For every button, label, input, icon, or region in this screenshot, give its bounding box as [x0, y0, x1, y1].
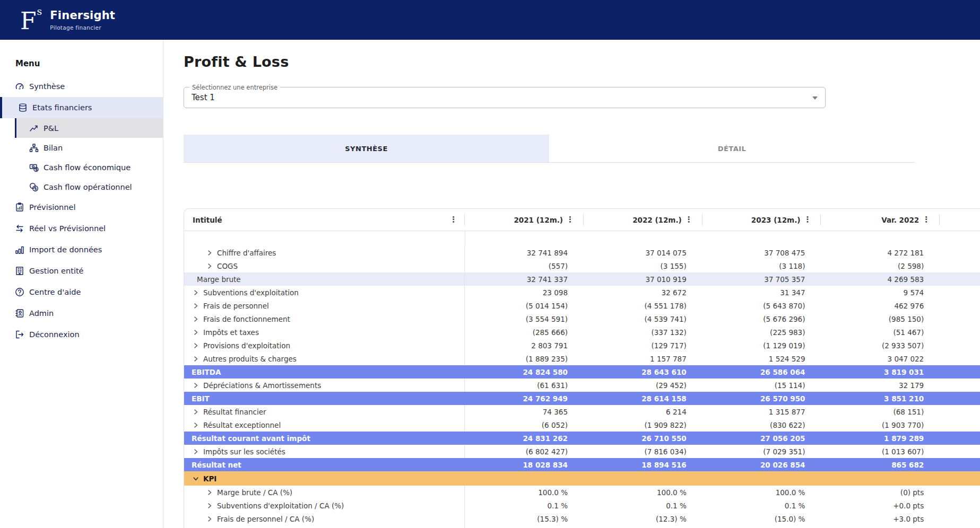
- column-menu-kebab-icon[interactable]: ⋮: [682, 216, 696, 224]
- column-header-2021-12m: 2021 (12m.)⋮: [465, 209, 584, 231]
- bar-chart-icon: [15, 245, 24, 254]
- value-cell-var-2022: (2 598): [821, 262, 940, 270]
- value-cell-2022-12m: (3 155): [584, 262, 703, 270]
- chevron-right-icon[interactable]: [193, 303, 199, 309]
- chevron-right-icon[interactable]: [193, 330, 199, 335]
- table-row-r-sultat-courant-avant-imp-t[interactable]: Résultat courant avant impôt24 831 26226…: [184, 432, 980, 445]
- table-row-r-sultat-exceptionnel[interactable]: Résultat exceptionnel(6 052)(1 909 822)(…: [184, 418, 980, 432]
- row-label-cell: Impôts sur les sociétés: [184, 445, 465, 458]
- row-label-cell: Subventions d'exploitation / CA (%): [184, 499, 465, 512]
- chevron-right-icon[interactable]: [206, 263, 213, 269]
- row-label-cell: Subventions d'exploitation: [184, 286, 465, 299]
- chevron-down-icon[interactable]: [193, 476, 199, 481]
- column-menu-kebab-icon[interactable]: ⋮: [446, 216, 461, 224]
- chevron-right-icon[interactable]: [193, 290, 199, 295]
- sidebar-item-centre-d-aide[interactable]: Centre d'aide: [0, 281, 163, 303]
- sitemap-icon: [29, 143, 39, 153]
- chevron-right-icon[interactable]: [206, 503, 213, 508]
- table-row-marge-brute-ca[interactable]: Marge brute / CA (%)100.0 %100.0 %100.0 …: [184, 486, 980, 499]
- tab-detail[interactable]: DÉTAIL: [549, 135, 915, 162]
- chevron-right-icon[interactable]: [206, 250, 213, 256]
- column-header-label: 2021 (12m.): [514, 216, 563, 224]
- help-circle-icon: [15, 287, 24, 297]
- sidebar-item-synth-se[interactable]: Synthèse: [0, 76, 163, 97]
- company-select-label: Sélectionnez une entreprise: [189, 84, 280, 91]
- value-cell-2021-12m: (5 014 154): [465, 302, 584, 310]
- table-row-ebit[interactable]: EBIT24 762 94928 614 15826 570 9503 851 …: [184, 392, 980, 405]
- column-header-label: Var. 2022: [881, 216, 919, 224]
- sidebar-item-cash-flow-conomique[interactable]: $Cash flow économique: [0, 157, 163, 177]
- sidebar-item-cash-flow-op-rationnel[interactable]: $Cash flow opérationnel: [0, 177, 163, 197]
- column-menu-kebab-icon[interactable]: ⋮: [800, 216, 814, 224]
- table-row-frais-de-personnel[interactable]: Frais de personnel(5 014 154)(4 551 178)…: [184, 299, 980, 312]
- table-row-r-sultat-net[interactable]: Résultat net18 028 83418 894 51620 026 8…: [184, 458, 980, 471]
- table-row-chiffre-d-affaires[interactable]: Chiffre d'affaires32 741 89437 014 07537…: [184, 246, 980, 259]
- value-cell-2022-12m: 37 010 919: [584, 275, 703, 284]
- line-chart-icon: [29, 124, 39, 133]
- sidebar-item-d-connexion[interactable]: Déconnexion: [0, 324, 163, 345]
- chevron-down-icon[interactable]: [812, 96, 818, 100]
- sidebar-item-r-el-vs-pr-visionnel[interactable]: Réel vs Prévisionnel: [0, 218, 163, 239]
- column-header-var-2022: Var. 2022⋮: [821, 209, 940, 231]
- table-row-ebitda[interactable]: EBITDA24 824 58028 643 61026 586 0643 81…: [184, 365, 980, 379]
- row-label-cell: Marge brute / CA (%): [184, 486, 465, 499]
- table-row-frais-de-fonctionnement-ca[interactable]: Frais de fonctionnement / CA (%)(10.9) %…: [184, 525, 980, 528]
- value-cell-2022-12m: 28 643 610: [584, 368, 703, 376]
- table-row-imp-ts-sur-les-soci-t-s[interactable]: Impôts sur les sociétés(6 802 427)(7 816…: [184, 445, 980, 458]
- table-row-marge-brute[interactable]: Marge brute32 741 33737 010 91937 705 35…: [184, 272, 980, 286]
- row-label-cell: Frais de personnel: [184, 299, 465, 312]
- chevron-right-icon[interactable]: [206, 516, 213, 522]
- row-label-cell: Résultat exceptionnel: [184, 418, 465, 432]
- chevron-right-icon[interactable]: [193, 356, 199, 362]
- value-cell-2023-12m: 37 705 357: [703, 275, 821, 284]
- table-row-cogs[interactable]: COGS(557)(3 155)(3 118)(2 598): [184, 259, 980, 272]
- sidebar-item-label: Etats financiers: [32, 103, 92, 112]
- value-cell-var-2022: 865 682: [821, 461, 940, 469]
- sidebar-item-p-l[interactable]: P&L: [15, 118, 163, 138]
- value-cell-2021-12m: 18 028 834: [465, 461, 584, 469]
- chevron-right-icon[interactable]: [206, 490, 213, 495]
- sidebar-item-import-de-donn-es[interactable]: Import de données: [0, 239, 163, 260]
- chevron-right-icon[interactable]: [193, 343, 199, 348]
- table-row-autres-produits-charges[interactable]: Autres produits & charges(1 889 235)1 15…: [184, 352, 980, 365]
- table-row-imp-ts-et-taxes[interactable]: Impôts et taxes(285 666)(337 132)(225 98…: [184, 325, 980, 339]
- table-row-subventions-d-exploitation[interactable]: Subventions d'exploitation23 09832 67231…: [184, 286, 980, 299]
- table-row-subventions-d-exploitation-ca[interactable]: Subventions d'exploitation / CA (%)0.1 %…: [184, 499, 980, 512]
- value-cell-var-2022: (2 933 507): [821, 341, 940, 350]
- brand-block: Finersight Pilotage financier: [50, 9, 115, 31]
- column-menu-kebab-icon[interactable]: ⋮: [563, 216, 577, 224]
- coins-icon: $: [29, 182, 39, 192]
- company-select[interactable]: Sélectionnez une entreprise Test 1: [184, 87, 826, 108]
- sidebar-item-pr-visionnel[interactable]: Prévisionnel: [0, 197, 163, 218]
- app-logo: Fs: [20, 8, 41, 32]
- row-label-cell: Frais de fonctionnement / CA (%): [184, 525, 465, 528]
- sidebar-item-admin[interactable]: Admin: [0, 303, 163, 324]
- chevron-right-icon[interactable]: [193, 423, 199, 428]
- chevron-right-icon[interactable]: [193, 383, 199, 388]
- value-cell-var-2022: (0) pts: [821, 488, 940, 497]
- table-row-frais-de-personnel-ca[interactable]: Frais de personnel / CA (%)(15.3) %(12.3…: [184, 512, 980, 525]
- table-row-frais-de-fonctionnement[interactable]: Frais de fonctionnement(3 554 591)(4 539…: [184, 312, 980, 325]
- table-row-d-pr-ciations-amortissements[interactable]: Dépréciations & Amortissements(61 631)(2…: [184, 379, 980, 392]
- chevron-right-icon[interactable]: [193, 409, 199, 415]
- chevron-right-icon[interactable]: [193, 316, 199, 322]
- value-cell-2021-12m: (557): [465, 262, 584, 270]
- table-row-kpi[interactable]: KPI: [184, 471, 980, 486]
- row-label-cell: EBIT: [184, 392, 465, 405]
- table-row-r-sultat-financier[interactable]: Résultat financier74 3656 2141 315 877(6…: [184, 405, 980, 418]
- value-cell-var-2022: 3 047 022: [821, 355, 940, 363]
- sidebar-item-gestion-entit[interactable]: Gestion entité: [0, 260, 163, 281]
- value-cell-2021-12m: 32 741 894: [465, 249, 584, 257]
- row-label: Impôts et taxes: [203, 328, 259, 337]
- gauge-icon: [15, 82, 24, 91]
- value-cell-var-2022: (1 013 607): [821, 447, 940, 456]
- sidebar-item-bilan[interactable]: Bilan: [0, 138, 163, 157]
- table-row-provisions-d-exploitation[interactable]: Provisions d'exploitation2 803 791(129 7…: [184, 339, 980, 352]
- value-cell-2021-12m: 100.0 %: [465, 488, 584, 497]
- sidebar-item-label: Réel vs Prévisionnel: [29, 224, 106, 233]
- chevron-right-icon[interactable]: [193, 449, 199, 454]
- value-cell-2023-12m: 1 524 529: [703, 355, 821, 363]
- tab-synthese[interactable]: SYNTHÈSE: [184, 135, 549, 162]
- sidebar-item-etats-financiers[interactable]: Etats financiers: [0, 97, 163, 118]
- column-menu-kebab-icon[interactable]: ⋮: [919, 216, 933, 224]
